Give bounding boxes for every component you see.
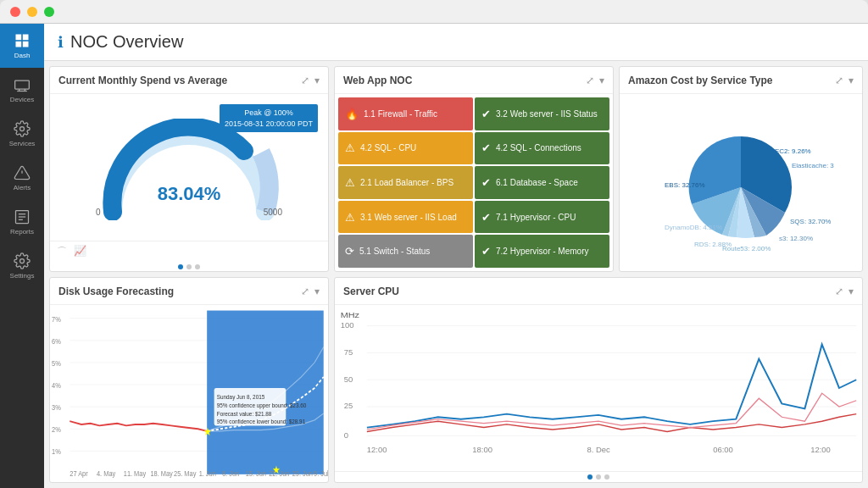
svg-text:3%: 3%	[52, 402, 61, 412]
widget-amazon-controls[interactable]: ⤢ ▾	[835, 75, 854, 86]
page-header: ℹ NOC Overview	[44, 24, 868, 61]
svg-text:15. Jun: 15. Jun	[246, 469, 267, 479]
widget-cpu: Server CPU ⤢ ▾ MHz 100 75 50 25	[334, 277, 863, 483]
svg-text:100: 100	[341, 321, 354, 329]
noc-item-3[interactable]: ⚠ 3.1 Web server - IIS Load	[338, 201, 473, 234]
warning-icon: ⚠	[345, 176, 355, 189]
svg-text:SQS: 32.70%: SQS: 32.70%	[790, 218, 831, 225]
dashboard-grid: Current Monthly Spend vs Average ⤢ ▾ Pea…	[44, 61, 868, 488]
sidebar-label-settings: Settings	[10, 272, 35, 280]
svg-text:95% confidence upper bound: $2: 95% confidence upper bound: $23.60	[217, 402, 306, 410]
sidebar-item-reports[interactable]: Reports	[0, 200, 44, 244]
widget-noc-body: 🔥 1.1 Firewall - Traffic ✔ 3.2 Web serve…	[335, 94, 613, 271]
noc-item-4[interactable]: ⟳ 5.1 Switch - Status	[338, 235, 473, 268]
maximize-button[interactable]	[44, 7, 54, 17]
noc-item-7[interactable]: ✔ 6.1 Database - Space	[475, 166, 609, 199]
expand-icon[interactable]: ⤢	[586, 75, 594, 86]
gauge-footer-icon-1[interactable]: ⌒	[57, 245, 67, 259]
chevron-down-icon[interactable]: ▾	[314, 286, 320, 297]
widget-cpu-body: MHz 100 75 50 25 0	[335, 305, 862, 471]
svg-text:12:00: 12:00	[810, 446, 831, 453]
pie-container: EC2: 9.26% Elasticache: 3.59% SQS: 32.70…	[620, 94, 862, 271]
svg-text:0: 0	[344, 431, 348, 439]
svg-text:5%: 5%	[52, 358, 61, 368]
svg-text:★: ★	[203, 425, 212, 438]
main-content: ℹ NOC Overview Current Monthly Spend vs …	[44, 24, 868, 488]
noc-item-6[interactable]: ✔ 4.2 SQL - Connections	[475, 132, 609, 165]
sidebar-item-settings[interactable]: Settings	[0, 244, 44, 288]
chevron-down-icon[interactable]: ▾	[599, 75, 604, 86]
svg-text:29. Jun: 29. Jun	[292, 469, 314, 479]
chevron-down-icon[interactable]: ▾	[314, 75, 320, 86]
noc-item-9[interactable]: ✔ 7.2 Hypervisor - Memory	[475, 235, 609, 268]
gauge-container: Peak @ 100% 2015-08-31 20:00:00 PDT 83.0…	[50, 94, 328, 241]
widget-cpu-header: Server CPU ⤢ ▾	[335, 278, 862, 305]
svg-rect-4	[15, 80, 30, 89]
svg-text:7%: 7%	[52, 314, 61, 324]
gauge-max: 5000	[264, 208, 282, 217]
sidebar-label-reports: Reports	[10, 228, 34, 236]
sidebar-item-services[interactable]: Services	[0, 112, 44, 156]
widget-cpu-controls[interactable]: ⤢ ▾	[835, 286, 854, 297]
noc-grid: 🔥 1.1 Firewall - Traffic ✔ 3.2 Web serve…	[335, 94, 613, 271]
svg-text:27 Apr: 27 Apr	[70, 469, 88, 479]
noc-item-label-8: 7.1 Hypervisor - CPU	[496, 213, 576, 222]
noc-item-8[interactable]: ✔ 7.1 Hypervisor - CPU	[475, 201, 609, 234]
gauge-footer-icon-2[interactable]: 📈	[74, 245, 86, 259]
svg-text:4. May: 4. May	[97, 469, 116, 479]
noc-item-1[interactable]: ⚠ 4.2 SQL - CPU	[338, 132, 473, 165]
svg-text:EBS: 32.76%: EBS: 32.76%	[665, 181, 705, 189]
svg-text:Sunday Jun 8, 2015: Sunday Jun 8, 2015	[217, 393, 264, 401]
info-icon: ℹ	[58, 33, 64, 52]
svg-text:95% confidence lower bound: $2: 95% confidence lower bound: $28.91	[217, 418, 305, 425]
svg-text:25: 25	[344, 402, 353, 410]
svg-text:6%: 6%	[52, 336, 61, 346]
svg-text:EC2: 9.26%: EC2: 9.26%	[775, 147, 811, 155]
disk-chart: 7% 6% 5% 4% 3% 2% 1%	[50, 305, 328, 482]
widget-spend-header: Current Monthly Spend vs Average ⤢ ▾	[50, 67, 328, 94]
svg-text:11. May: 11. May	[124, 469, 147, 479]
fire-icon: 🔥	[345, 108, 359, 120]
check-icon: ✔	[481, 141, 491, 154]
close-button[interactable]	[10, 7, 20, 17]
check-icon: ✔	[481, 211, 491, 224]
sync-icon: ⟳	[345, 245, 354, 258]
expand-icon[interactable]: ⤢	[835, 75, 843, 86]
svg-text:25. May: 25. May	[174, 469, 197, 479]
noc-item-2[interactable]: ⚠ 2.1 Load Balancer - BPS	[338, 166, 473, 199]
svg-point-8	[20, 127, 25, 131]
svg-text:2%: 2%	[52, 424, 61, 434]
sidebar-label-devices: Devices	[10, 96, 34, 103]
noc-item-0[interactable]: 🔥 1.1 Firewall - Traffic	[338, 97, 473, 130]
widget-amazon-title: Amazon Cost by Service Type	[628, 75, 773, 86]
chevron-down-icon[interactable]: ▾	[849, 75, 854, 86]
expand-icon[interactable]: ⤢	[301, 286, 309, 297]
svg-text:18:00: 18:00	[472, 446, 492, 453]
sidebar-label-services: Services	[9, 140, 36, 147]
expand-icon[interactable]: ⤢	[835, 286, 843, 297]
minimize-button[interactable]	[27, 7, 37, 17]
sidebar-item-dash[interactable]: Dash	[0, 24, 44, 68]
gauge-footer-icons[interactable]: ⌒ 📈	[57, 245, 86, 259]
widget-spend-controls[interactable]: ⤢ ▾	[301, 75, 320, 86]
widget-disk-title: Disk Usage Forecasting	[58, 286, 174, 297]
widget-disk-controls[interactable]: ⤢ ▾	[301, 286, 320, 297]
svg-rect-0	[16, 35, 22, 41]
noc-item-label-1: 4.2 SQL - CPU	[360, 143, 416, 152]
widget-noc-controls[interactable]: ⤢ ▾	[586, 75, 604, 86]
svg-text:06:00: 06:00	[713, 446, 733, 453]
expand-icon[interactable]: ⤢	[301, 75, 309, 86]
widget-disk: Disk Usage Forecasting ⤢ ▾ 7% 6% 5% 4% 3…	[49, 277, 329, 483]
scroll-dots	[335, 471, 862, 482]
gauge-min: 0	[96, 208, 101, 217]
sidebar-item-alerts[interactable]: Alerts	[0, 156, 44, 200]
svg-text:4%: 4%	[52, 380, 61, 390]
sidebar-item-devices[interactable]: Devices	[0, 68, 44, 112]
check-icon: ✔	[481, 108, 491, 120]
widget-spend-body: Peak @ 100% 2015-08-31 20:00:00 PDT 83.0…	[50, 94, 328, 241]
scroll-dot-1	[587, 474, 593, 480]
noc-item-5[interactable]: ✔ 3.2 Web server - IIS Status	[475, 97, 609, 130]
widget-amazon-header: Amazon Cost by Service Type ⤢ ▾	[620, 67, 862, 94]
noc-item-label-6: 4.2 SQL - Connections	[496, 143, 581, 152]
chevron-down-icon[interactable]: ▾	[849, 286, 854, 297]
